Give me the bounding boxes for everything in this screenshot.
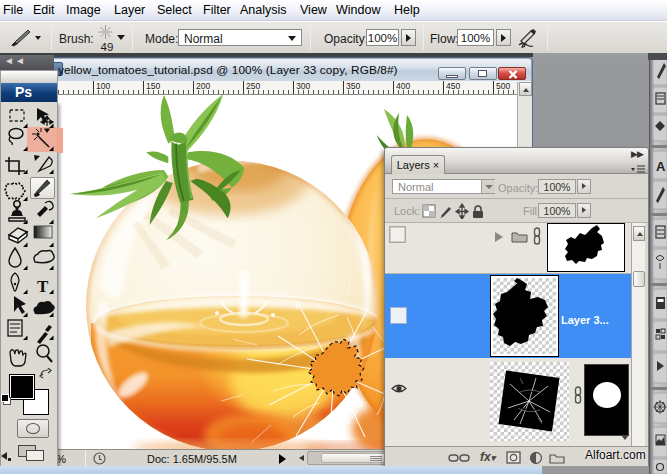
svg-text:250: 250 (246, 81, 260, 91)
svg-text:450: 450 (446, 81, 460, 91)
svg-text:200: 200 (196, 81, 210, 91)
svg-text:A: A (656, 159, 666, 174)
svg-text:400: 400 (396, 81, 410, 91)
svg-text:500: 500 (496, 81, 510, 91)
svg-text:100: 100 (96, 81, 110, 91)
svg-text:150: 150 (146, 81, 160, 91)
svg-text:300: 300 (296, 81, 310, 91)
svg-text:350: 350 (346, 81, 360, 91)
svg-text:T: T (37, 277, 49, 296)
